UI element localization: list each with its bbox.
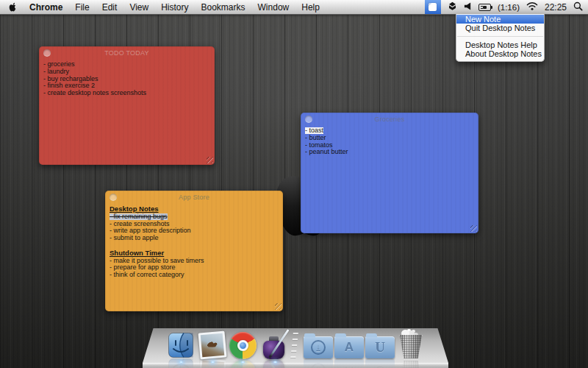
- note-title: Groceries: [301, 113, 478, 123]
- battery-icon[interactable]: [478, 4, 491, 11]
- note-icon: [429, 3, 437, 11]
- note-line: Desktop Notes: [110, 205, 280, 213]
- note-line: - make it possible to save timers: [110, 258, 280, 265]
- note-line: - finish exercise 2: [43, 82, 212, 90]
- note-lines[interactable]: - groceries- laundry- buy rechargables- …: [39, 57, 215, 97]
- dock-icon-trash[interactable]: [398, 330, 424, 359]
- note-resize-grip[interactable]: [470, 225, 477, 232]
- note-lines[interactable]: Desktop Notes- fix remaining bugs- creat…: [105, 201, 283, 279]
- desktop-notes-menu-extra[interactable]: [425, 0, 441, 14]
- note-line: [110, 242, 280, 250]
- note-line: - prepare for app store: [110, 264, 280, 272]
- menubar-menu[interactable]: Help: [301, 2, 320, 13]
- note-line: - create desktop notes screenshots: [43, 90, 212, 97]
- menu-bar: Chrome FileEditViewHistoryBookmarksWindo…: [0, 0, 588, 15]
- running-indicator-pages: [273, 361, 278, 364]
- dock-icon-applications-folder[interactable]: A: [334, 336, 364, 358]
- note-line: - peanut butter: [305, 149, 476, 156]
- note-line: - groceries: [43, 61, 212, 68]
- dropdown-item[interactable]: New Note: [456, 15, 544, 24]
- dock-icon-downloads-folder[interactable]: ↓: [304, 336, 333, 358]
- dock-icon-utilities-folder[interactable]: U: [365, 336, 395, 358]
- note-line: - laundry: [43, 68, 212, 76]
- volume-icon[interactable]: [464, 1, 472, 13]
- dropbox-icon[interactable]: [448, 1, 457, 13]
- note-line: - think of correct category: [110, 272, 280, 279]
- note-line: - tomatos: [305, 142, 476, 149]
- menubar-menu[interactable]: Window: [258, 2, 290, 13]
- desktop-notes-dropdown: New NoteQuit Desktop NotesDesktop Notes …: [456, 14, 545, 62]
- dropdown-item[interactable]: Desktop Notes Help: [456, 40, 544, 49]
- note-title: App Store: [105, 191, 283, 201]
- dock-icon-mail[interactable]: [199, 332, 226, 358]
- note-resize-grip[interactable]: [207, 157, 213, 163]
- dock-icon-finder[interactable]: [168, 333, 193, 358]
- menubar-menu[interactable]: History: [161, 2, 188, 13]
- note-dot[interactable]: [110, 194, 117, 201]
- menubar-clock[interactable]: 22:25: [545, 2, 567, 13]
- menubar-menus: FileEditViewHistoryBookmarksWindowHelp: [75, 0, 332, 14]
- trash-basket: [400, 335, 422, 358]
- apple-menu-icon[interactable]: [8, 2, 18, 13]
- battery-time: (1:16): [498, 3, 520, 12]
- dock-icon-pages[interactable]: [261, 330, 289, 359]
- note-line: Shutdown Timer: [110, 250, 280, 258]
- note-todo-today[interactable]: TODO TODAY - groceries- laundry- buy rec…: [39, 46, 215, 165]
- note-app-store[interactable]: App Store Desktop Notes- fix remaining b…: [105, 191, 283, 311]
- app-menu-chrome[interactable]: Chrome: [29, 2, 62, 13]
- menubar-menu[interactable]: File: [75, 2, 89, 13]
- running-indicator-mail: [210, 361, 215, 364]
- note-line: - write app store description: [110, 227, 280, 235]
- note-line: - buy rechargables: [43, 76, 212, 83]
- dock-front-edge: [143, 363, 448, 368]
- note-title: TODO TODAY: [39, 46, 215, 57]
- note-dot[interactable]: [43, 49, 51, 57]
- note-line: - submit to apple: [110, 235, 280, 242]
- dropdown-item[interactable]: Quit Desktop Notes: [456, 24, 544, 32]
- menubar-menu[interactable]: Bookmarks: [201, 2, 245, 13]
- dropdown-item[interactable]: [457, 36, 543, 37]
- note-lines[interactable]: - toast- butter- tomatos- peanut butter: [301, 123, 478, 156]
- menubar-menu[interactable]: Edit: [102, 2, 118, 13]
- stamp: [198, 330, 226, 359]
- running-indicator-finder: [179, 361, 184, 364]
- chrome-center: [237, 340, 248, 351]
- running-indicator-chrome: [240, 361, 245, 364]
- spotlight-icon[interactable]: [573, 1, 583, 13]
- dropdown-item[interactable]: About Desktop Notes: [456, 49, 544, 58]
- wifi-icon[interactable]: [526, 1, 538, 13]
- note-line: - create screenshots: [110, 221, 280, 228]
- applications-letter: A: [334, 336, 364, 358]
- note-resize-grip[interactable]: [275, 303, 282, 310]
- note-groceries[interactable]: Groceries - toast- butter- tomatos- pean…: [301, 113, 478, 233]
- menubar-menu[interactable]: View: [129, 2, 148, 13]
- download-arrow-icon: ↓: [311, 340, 326, 355]
- note-line: - fix remaining bugs: [110, 213, 280, 221]
- note-line: - toast: [305, 127, 476, 135]
- utilities-letter: U: [365, 336, 395, 358]
- dock-icon-chrome[interactable]: [229, 332, 257, 359]
- note-line: - butter: [305, 135, 476, 142]
- note-dot[interactable]: [305, 116, 312, 123]
